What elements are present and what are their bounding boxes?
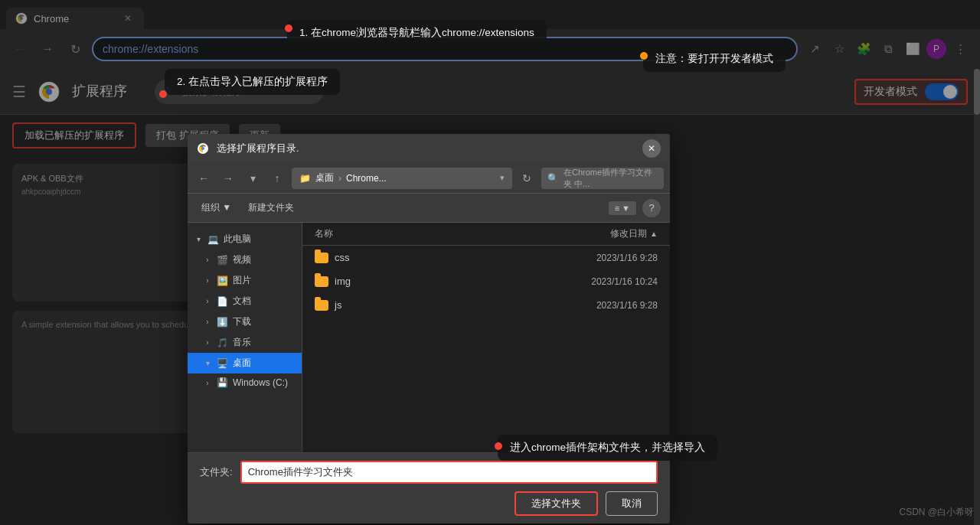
- sidebar-item-desktop[interactable]: ▾ 🖥️ 桌面: [188, 353, 302, 373]
- this-pc-icon: 💻: [207, 234, 219, 245]
- dialog-title: 选择扩展程序目录.: [217, 142, 635, 155]
- file-date-css: 2023/1/16 9:28: [535, 253, 658, 263]
- dot-step4: [495, 442, 502, 450]
- svg-point-5: [201, 147, 204, 150]
- filename-row: 文件夹:: [200, 461, 658, 484]
- folder-icon-img: [315, 276, 328, 287]
- sort-icon: ▲: [650, 230, 658, 238]
- dialog-chrome-icon: [197, 142, 209, 155]
- expand-icon-documents: ›: [203, 297, 212, 305]
- file-dialog: 选择扩展程序目录. ✕ ← → ▾ ↑ 📁 桌面 › Chrome... ▾ ↻…: [188, 134, 670, 523]
- video-folder-icon: 🎬: [217, 255, 228, 266]
- select-folder-button[interactable]: 选择文件夹: [514, 491, 598, 516]
- dialog-refresh-button[interactable]: ↻: [517, 168, 537, 188]
- expand-icon-desktop: ▾: [203, 359, 212, 367]
- annotation-step2: 2. 在点击导入已解压的扩展程序: [165, 69, 340, 95]
- dialog-title-bar: 选择扩展程序目录. ✕: [188, 134, 670, 163]
- pictures-folder-icon: 🖼️: [217, 276, 228, 286]
- music-folder-icon: 🎵: [217, 338, 228, 348]
- dialog-dropdown-button[interactable]: ▾: [243, 168, 263, 188]
- file-name-css: css: [335, 252, 529, 263]
- dialog-back-button[interactable]: ←: [194, 168, 214, 188]
- dialog-close-button[interactable]: ✕: [642, 139, 661, 158]
- desktop-folder-icon: 🖥️: [217, 358, 228, 369]
- file-name-img: img: [335, 276, 529, 287]
- dialog-file-list: 名称 修改日期 ▲ css 2023/1/16 9:28 img 2023/1/…: [302, 223, 670, 452]
- sidebar-item-this-pc[interactable]: ▾ 💻 此电脑: [188, 229, 302, 249]
- view-mode-button[interactable]: ≡ ▼: [609, 201, 636, 215]
- organize-button[interactable]: 组织 ▼: [197, 198, 236, 217]
- dialog-search-box[interactable]: 🔍 在Chrome插件学习文件夹 中...: [541, 168, 664, 189]
- path-dropdown-icon[interactable]: ▾: [500, 173, 505, 183]
- dialog-nav-bar: ← → ▾ ↑ 📁 桌面 › Chrome... ▾ ↻ 🔍 在Chrome插件…: [188, 163, 670, 194]
- sidebar-item-documents[interactable]: › 📄 文档: [188, 291, 302, 311]
- sidebar-item-windows-c[interactable]: › 💾 Windows (C:): [188, 373, 302, 392]
- expand-icon-downloads: ›: [203, 318, 212, 326]
- expand-icon-music: ›: [203, 338, 212, 347]
- dialog-search-text: 在Chrome插件学习文件夹 中...: [564, 167, 658, 190]
- sidebar-item-downloads[interactable]: › ⬇️ 下载: [188, 311, 302, 332]
- path-desktop: 桌面: [315, 171, 334, 184]
- dialog-bottom: 文件夹: 选择文件夹 取消: [188, 452, 670, 523]
- annotation-step4: 进入chrome插件架构文件夹，并选择导入: [498, 435, 717, 461]
- filename-input[interactable]: [240, 461, 658, 484]
- sidebar-item-pictures[interactable]: › 🖼️ 图片: [188, 270, 302, 291]
- downloads-folder-icon: ⬇️: [217, 317, 228, 328]
- file-date-js: 2023/1/16 9:28: [535, 300, 658, 311]
- dot-step3: [640, 52, 648, 60]
- cancel-button[interactable]: 取消: [606, 491, 658, 516]
- file-name-js: js: [335, 299, 529, 311]
- dialog-path-bar[interactable]: 📁 桌面 › Chrome... ▾: [292, 168, 512, 189]
- dialog-search-icon: 🔍: [547, 173, 559, 184]
- sidebar-item-video[interactable]: › 🎬 视频: [188, 249, 302, 270]
- file-date-img: 2023/1/16 10:24: [535, 276, 658, 287]
- disk-icon: 💾: [217, 377, 228, 388]
- list-item[interactable]: img 2023/1/16 10:24: [302, 269, 670, 293]
- dialog-forward-button[interactable]: →: [218, 168, 238, 188]
- expand-icon-pictures: ›: [203, 276, 212, 285]
- folder-icon-css: [315, 253, 328, 263]
- annotation-step3: 注意：要打开开发者模式: [643, 46, 786, 72]
- help-button[interactable]: ?: [642, 199, 661, 217]
- dialog-sidebar: ▾ 💻 此电脑 › 🎬 视频 › 🖼️ 图片 › 📄 文档 › ⬇️: [188, 223, 302, 452]
- list-item[interactable]: css 2023/1/16 9:28: [302, 246, 670, 269]
- annotation-step1: 1. 在chrome浏览器导航栏输入chrome://extensions: [287, 20, 547, 46]
- column-header-date: 修改日期: [524, 227, 647, 240]
- filename-label: 文件夹:: [200, 465, 233, 479]
- dialog-body: ▾ 💻 此电脑 › 🎬 视频 › 🖼️ 图片 › 📄 文档 › ⬇️: [188, 223, 670, 452]
- folder-icon-js: [315, 300, 328, 311]
- file-list-header: 名称 修改日期 ▲: [302, 223, 670, 246]
- dialog-toolbar: 组织 ▼ 新建文件夹 ≡ ▼ ?: [188, 194, 670, 223]
- documents-folder-icon: 📄: [217, 296, 228, 307]
- dialog-buttons: 选择文件夹 取消: [200, 491, 658, 516]
- sidebar-item-music[interactable]: › 🎵 音乐: [188, 332, 302, 353]
- list-item[interactable]: js 2023/1/16 9:28: [302, 293, 670, 317]
- dot-step1: [285, 24, 292, 32]
- new-folder-button[interactable]: 新建文件夹: [243, 198, 299, 217]
- path-chrome: Chrome...: [346, 173, 387, 184]
- column-header-name: 名称: [315, 227, 524, 240]
- dot-step2: [159, 90, 167, 98]
- expand-icon-video: ›: [203, 256, 212, 264]
- expand-icon-windows-c: ›: [203, 379, 212, 387]
- dialog-up-button[interactable]: ↑: [267, 168, 287, 188]
- expand-icon-this-pc: ▾: [194, 235, 203, 243]
